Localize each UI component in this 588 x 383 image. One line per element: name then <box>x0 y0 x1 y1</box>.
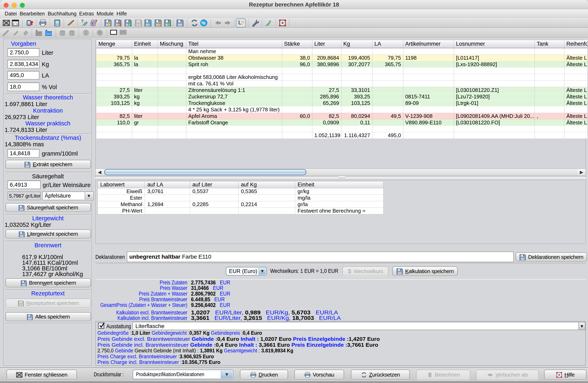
svg-text:%: % <box>201 20 205 26</box>
svg-text:?: ? <box>81 19 84 24</box>
svg-text:B: B <box>98 30 102 36</box>
svg-text:?: ? <box>94 19 97 24</box>
svg-text:1: 1 <box>85 30 87 36</box>
